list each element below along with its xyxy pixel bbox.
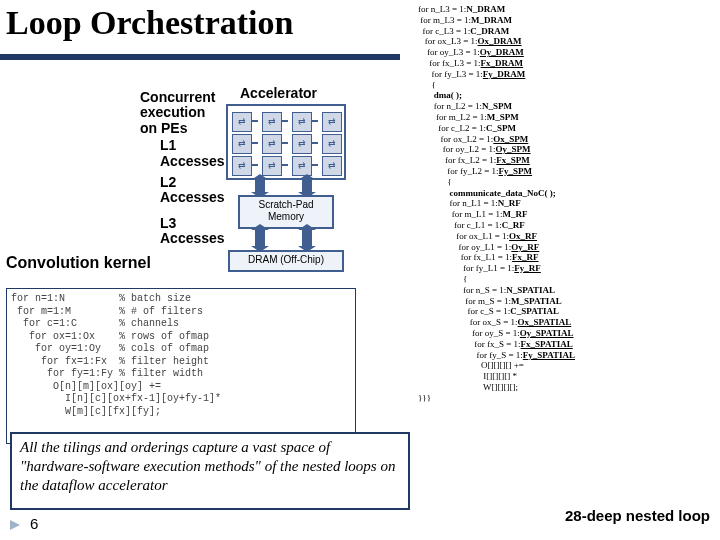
access-labels: Concurrent execution on PEs L1 Accesses …	[140, 90, 225, 253]
conv-kernel-code: for n=1:N % batch size for m=1:M % # of …	[6, 288, 356, 444]
title-underline	[0, 54, 400, 60]
dram-box: DRAM (Off-Chip)	[228, 250, 344, 272]
accelerator-label: Accelerator	[240, 85, 317, 101]
conv-kernel-label: Convolution kernel	[6, 254, 151, 272]
concurrent-label: Concurrent execution on PEs	[140, 89, 215, 136]
page-number: 6	[30, 515, 38, 532]
page-arrow-icon	[10, 520, 20, 530]
nested-loop-code: for n_L3 = 1:N_DRAM for m_L3 = 1:M_DRAM …	[418, 4, 718, 494]
arrow-spm-dram	[255, 228, 265, 248]
slide-title: Loop Orchestration	[6, 4, 293, 42]
callout-box: All the tilings and orderings capture a …	[10, 432, 410, 510]
l3-label: L3 Accesses	[160, 216, 225, 247]
footer-caption: 28-deep nested loop	[565, 507, 710, 524]
l2-label: L2 Accesses	[160, 175, 225, 206]
l1-label: L1 Accesses	[160, 138, 225, 169]
accelerator-box: ⇄⇄⇄⇄ ⇄⇄⇄⇄ ⇄⇄⇄⇄	[226, 104, 346, 180]
arrow-spm-dram2	[302, 228, 312, 248]
